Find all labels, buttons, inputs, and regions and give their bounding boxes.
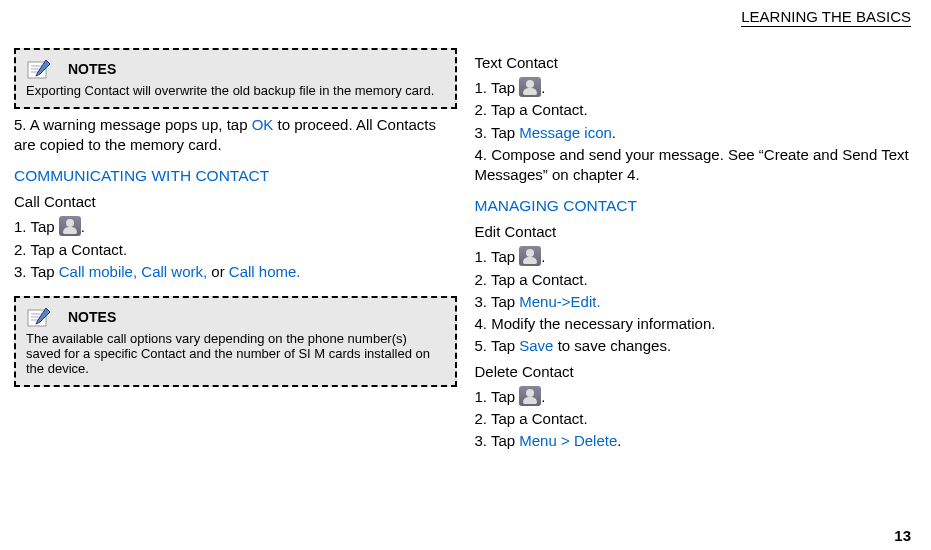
- edit-step-5b: to save changes.: [553, 337, 671, 354]
- message-icon-link: Message icon: [519, 124, 612, 141]
- subheading-edit-contact: Edit Contact: [475, 223, 918, 240]
- note-box-2: NOTES The available call options vary de…: [14, 296, 457, 387]
- step-5: 5. A warning message pops up, tap OK to …: [14, 115, 457, 156]
- edit-step-1: 1. Tap .: [475, 246, 918, 267]
- text-step-1: 1. Tap .: [475, 77, 918, 98]
- contacts-icon: [519, 77, 541, 97]
- text-step-3a: 3. Tap: [475, 124, 520, 141]
- text-step-2: 2. Tap a Contact.: [475, 100, 918, 120]
- contacts-icon: [519, 246, 541, 266]
- subheading-call-contact: Call Contact: [14, 193, 457, 210]
- note-2-title: NOTES: [68, 309, 116, 325]
- text-step-1b: .: [541, 79, 545, 96]
- call-home-link: Call home.: [229, 263, 301, 280]
- heading-communicating: COMMUNICATING WITH CONTACT: [14, 167, 457, 185]
- step-5-text-a: 5. A warning message pops up, tap: [14, 116, 252, 133]
- delete-step-3a: 3. Tap: [475, 432, 520, 449]
- call-step-1a: 1. Tap: [14, 218, 59, 235]
- call-step-2: 2. Tap a Contact.: [14, 240, 457, 260]
- edit-step-3a: 3. Tap: [475, 293, 520, 310]
- menu-edit-link: Menu->Edit.: [519, 293, 600, 310]
- contacts-icon: [59, 216, 81, 236]
- right-column: Text Contact 1. Tap . 2. Tap a Contact. …: [475, 48, 918, 453]
- delete-step-1a: 1. Tap: [475, 388, 520, 405]
- heading-managing: MANAGING CONTACT: [475, 197, 918, 215]
- note-1-title: NOTES: [68, 61, 116, 77]
- text-step-1a: 1. Tap: [475, 79, 520, 96]
- edit-step-5a: 5. Tap: [475, 337, 520, 354]
- page-header: LEARNING THE BASICS: [741, 8, 911, 27]
- call-step-1: 1. Tap .: [14, 216, 457, 237]
- note-2-body: The available call options vary dependin…: [26, 332, 445, 377]
- notes-icon: [26, 306, 52, 328]
- edit-step-2: 2. Tap a Contact.: [475, 270, 918, 290]
- edit-step-3: 3. Tap Menu->Edit.: [475, 292, 918, 312]
- delete-step-1: 1. Tap .: [475, 386, 918, 407]
- call-step-1b: .: [81, 218, 85, 235]
- edit-step-1a: 1. Tap: [475, 248, 520, 265]
- menu-delete-link: Menu > Delete: [519, 432, 617, 449]
- delete-step-2: 2. Tap a Contact.: [475, 409, 918, 429]
- save-link: Save: [519, 337, 553, 354]
- call-step-3a: 3. Tap: [14, 263, 59, 280]
- edit-step-1b: .: [541, 248, 545, 265]
- edit-step-4: 4. Modify the necessary information.: [475, 314, 918, 334]
- ok-link: OK: [252, 116, 274, 133]
- notes-icon: [26, 58, 52, 80]
- subheading-delete-contact: Delete Contact: [475, 363, 918, 380]
- delete-step-1b: .: [541, 388, 545, 405]
- delete-step-3: 3. Tap Menu > Delete.: [475, 431, 918, 451]
- call-step-3: 3. Tap Call mobile, Call work, or Call h…: [14, 262, 457, 282]
- left-column: NOTES Exporting Contact will overwrite t…: [14, 48, 457, 453]
- subheading-text-contact: Text Contact: [475, 54, 918, 71]
- call-mobile-work-link: Call mobile, Call work,: [59, 263, 207, 280]
- note-1-body: Exporting Contact will overwrite the old…: [26, 84, 445, 99]
- delete-step-3b: .: [617, 432, 621, 449]
- call-step-3mid: or: [207, 263, 229, 280]
- text-step-4: 4. Compose and send your message. See “C…: [475, 145, 918, 186]
- page-number: 13: [894, 527, 911, 544]
- note-box-1: NOTES Exporting Contact will overwrite t…: [14, 48, 457, 109]
- contacts-icon: [519, 386, 541, 406]
- text-step-3b: .: [612, 124, 616, 141]
- text-step-3: 3. Tap Message icon.: [475, 123, 918, 143]
- edit-step-5: 5. Tap Save to save changes.: [475, 336, 918, 356]
